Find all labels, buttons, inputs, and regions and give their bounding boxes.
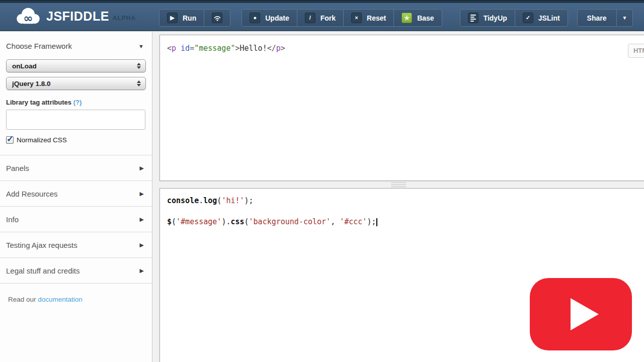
- cloud-logo-icon: ∞: [15, 7, 41, 26]
- library-tag-attributes-label: Library tag attributes (?): [6, 99, 146, 106]
- chevron-right-icon: ▶: [140, 165, 144, 171]
- run-group: ▶ Run: [159, 9, 230, 27]
- chevron-right-icon: ▶: [140, 216, 144, 223]
- dot-icon: ●: [250, 13, 260, 23]
- edit-group: ● Update / Fork × Reset ★ Base: [242, 9, 442, 27]
- base-button[interactable]: ★ Base: [393, 10, 441, 26]
- brand-suffix: ALPHA: [113, 15, 136, 22]
- section-label: Panels: [6, 164, 29, 172]
- share-button[interactable]: Share: [578, 10, 616, 26]
- fork-button[interactable]: / Fork: [297, 10, 343, 26]
- choose-framework-header[interactable]: Choose Framework ▼: [0, 32, 152, 50]
- lint-group: TidyUp ✓ JSLint: [460, 9, 568, 27]
- update-label: Update: [265, 14, 289, 22]
- chevron-down-icon: ▼: [138, 43, 144, 49]
- svg-text:∞: ∞: [24, 12, 33, 25]
- navbar-buttons: ▶ Run ● Update / Fork: [159, 9, 633, 27]
- select-stepper-icon: [137, 63, 141, 69]
- brand-name: JSFIDDLE: [46, 9, 109, 24]
- wifi-icon: [212, 13, 222, 23]
- sidebar-item-info[interactable]: Info ▶: [0, 207, 152, 232]
- sidebar-item-add-resources[interactable]: Add Resources ▶: [0, 181, 152, 207]
- fork-label: Fork: [320, 14, 336, 22]
- html-code-editor[interactable]: <p id="message">Hello!</p>: [160, 35, 644, 180]
- share-group: Share ▼: [577, 9, 633, 27]
- x-icon: ×: [351, 13, 362, 23]
- run-label: Run: [183, 14, 196, 22]
- chevron-right-icon: ▶: [140, 267, 144, 274]
- sidebar-item-legal[interactable]: Legal stuff and credits ▶: [0, 258, 152, 284]
- onload-select[interactable]: onLoad: [6, 59, 146, 72]
- sidebar-item-panels[interactable]: Panels ▶: [0, 155, 152, 181]
- base-label: Base: [417, 14, 434, 22]
- youtube-play-button[interactable]: [530, 278, 632, 350]
- normalized-css-label: Normalized CSS: [17, 136, 67, 144]
- tidyup-button[interactable]: TidyUp: [460, 10, 515, 26]
- normalized-css-checkbox[interactable]: ✓: [6, 136, 14, 144]
- chevron-right-icon: ▶: [140, 242, 144, 248]
- chevron-down-icon: ▼: [622, 15, 627, 21]
- chevron-right-icon: ▶: [140, 191, 144, 197]
- choose-framework-label: Choose Framework: [6, 42, 72, 50]
- panel-resize-handle[interactable]: [391, 183, 406, 187]
- tidyup-label: TidyUp: [484, 14, 507, 22]
- library-help-link[interactable]: (?): [73, 99, 82, 106]
- reset-button[interactable]: × Reset: [343, 10, 393, 26]
- share-dropdown-button[interactable]: ▼: [616, 10, 633, 26]
- run-button[interactable]: ▶ Run: [159, 10, 204, 26]
- play-icon: ▶: [167, 13, 178, 23]
- jsfiddle-logo[interactable]: ∞ JSFIDDLE ALPHA: [15, 7, 136, 26]
- section-label: Info: [6, 215, 19, 224]
- update-button[interactable]: ● Update: [242, 10, 296, 26]
- jslint-label: JSLint: [538, 14, 560, 22]
- sidebar-accordion: Panels ▶ Add Resources ▶ Info ▶ Testing …: [0, 155, 152, 284]
- navbar: ∞ JSFIDDLE ALPHA ▶ Run ●: [0, 3, 644, 31]
- select-stepper-icon: [137, 80, 141, 86]
- tidy-lines-icon: [468, 13, 478, 23]
- reset-label: Reset: [367, 14, 386, 22]
- framework-version-select[interactable]: jQuery 1.8.0: [6, 77, 146, 90]
- framework-select-value: jQuery 1.8.0: [12, 80, 51, 87]
- sidebar-item-testing-ajax[interactable]: Testing Ajax requests ▶: [0, 232, 152, 258]
- section-label: Legal stuff and credits: [6, 266, 79, 275]
- section-label: Testing Ajax requests: [6, 241, 77, 249]
- check-icon: ✓: [7, 134, 14, 144]
- check-icon: ✓: [523, 13, 533, 23]
- star-icon: ★: [401, 13, 412, 23]
- share-label: Share: [587, 14, 607, 22]
- realtime-button[interactable]: [204, 10, 230, 26]
- onload-select-value: onLoad: [12, 62, 37, 70]
- sidebar-footer: Read our documentation: [8, 296, 152, 303]
- documentation-link[interactable]: documentation: [38, 296, 83, 303]
- html-editor-panel: <p id="message">Hello!</p> HTML: [159, 35, 644, 181]
- jslint-button[interactable]: ✓ JSLint: [515, 10, 568, 26]
- html-panel-badge: HTML: [628, 44, 644, 58]
- sidebar: Choose Framework ▼ onLoad jQuery 1.8.0 L…: [0, 32, 152, 362]
- play-icon: [571, 298, 599, 330]
- library-tag-attributes-input[interactable]: [6, 110, 145, 130]
- footer-text: Read our: [8, 296, 38, 303]
- pencil-icon: /: [305, 13, 315, 23]
- library-label-text: Library tag attributes: [6, 99, 71, 106]
- section-label: Add Resources: [6, 190, 58, 198]
